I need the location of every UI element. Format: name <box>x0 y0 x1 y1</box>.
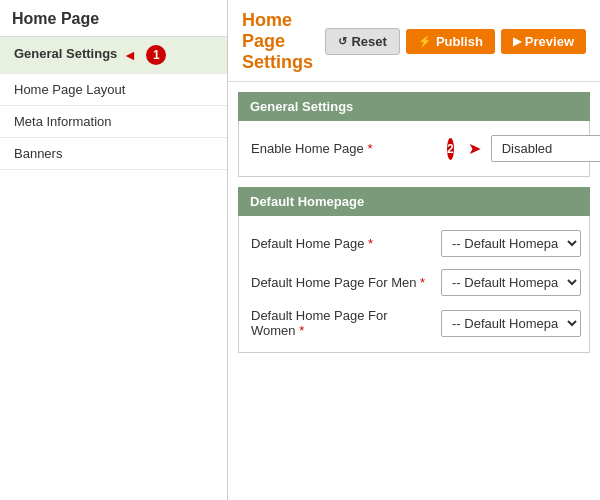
default-home-page-women-row: Default Home Page For Women * -- Default… <box>251 308 577 338</box>
default-home-page-men-row: Default Home Page For Men * -- Default H… <box>251 269 577 296</box>
main-content: Home Page Settings ↺ Reset ⚡ Publish ▶ P… <box>228 0 600 500</box>
default-home-page-men-value: -- Default Homepage - <box>441 269 581 296</box>
sidebar-item-banners[interactable]: Banners <box>0 138 227 170</box>
sidebar-item-label: Banners <box>14 146 62 161</box>
general-settings-header: General Settings <box>238 92 590 121</box>
header-buttons: ↺ Reset ⚡ Publish ▶ Preview <box>325 28 586 55</box>
default-homepage-body: Default Home Page * -- Default Homepage … <box>238 216 590 353</box>
default-home-page-row: Default Home Page * -- Default Homepage … <box>251 230 577 257</box>
reset-icon: ↺ <box>338 35 347 48</box>
sidebar-item-home-page-layout[interactable]: Home Page Layout <box>0 74 227 106</box>
default-home-page-women-select[interactable]: -- Default Homepage - <box>441 310 581 337</box>
required-star: * <box>368 236 373 251</box>
default-home-page-label: Default Home Page * <box>251 236 431 251</box>
preview-icon: ▶ <box>513 35 521 48</box>
default-home-page-value: -- Default Homepage - <box>441 230 581 257</box>
default-home-page-men-label: Default Home Page For Men * <box>251 275 431 290</box>
badge-1: 1 <box>146 45 166 65</box>
badge-2: 2 <box>447 138 454 160</box>
main-header: Home Page Settings ↺ Reset ⚡ Publish ▶ P… <box>228 0 600 82</box>
page-title: Home Page Settings <box>242 10 325 73</box>
general-settings-section: General Settings Enable Home Page * 2 ➤ … <box>238 92 590 177</box>
required-star: * <box>420 275 425 290</box>
default-homepage-header: Default Homepage <box>238 187 590 216</box>
enable-home-page-select[interactable]: Disabled Enabled <box>491 135 600 162</box>
content-area: General Settings Enable Home Page * 2 ➤ … <box>228 92 600 363</box>
preview-button[interactable]: ▶ Preview <box>501 29 586 54</box>
general-settings-body: Enable Home Page * 2 ➤ Disabled Enabled <box>238 121 590 177</box>
default-home-page-women-label: Default Home Page For Women * <box>251 308 431 338</box>
sidebar-item-label: Home Page Layout <box>14 82 125 97</box>
enable-home-page-label: Enable Home Page * <box>251 141 431 156</box>
publish-icon: ⚡ <box>418 35 432 48</box>
default-home-page-select[interactable]: -- Default Homepage - <box>441 230 581 257</box>
default-home-page-men-select[interactable]: -- Default Homepage - <box>441 269 581 296</box>
required-star: * <box>299 323 304 338</box>
enable-home-page-value: Disabled Enabled <box>491 135 600 162</box>
arrow-right-icon: ➤ <box>468 139 481 158</box>
sidebar-item-label: General Settings <box>14 46 117 61</box>
sidebar-item-meta-information[interactable]: Meta Information <box>0 106 227 138</box>
arrow-icon: ◄ <box>123 47 137 63</box>
enable-home-page-row: Enable Home Page * 2 ➤ Disabled Enabled <box>251 135 577 162</box>
sidebar-title: Home Page <box>0 0 227 37</box>
sidebar-item-general-settings[interactable]: General Settings ◄ 1 <box>0 37 227 74</box>
sidebar-item-label: Meta Information <box>14 114 112 129</box>
publish-button[interactable]: ⚡ Publish <box>406 29 495 54</box>
required-star: * <box>367 141 372 156</box>
reset-button[interactable]: ↺ Reset <box>325 28 399 55</box>
default-home-page-women-value: -- Default Homepage - <box>441 310 581 337</box>
default-homepage-section: Default Homepage Default Home Page * -- … <box>238 187 590 353</box>
sidebar: Home Page General Settings ◄ 1 Home Page… <box>0 0 228 500</box>
